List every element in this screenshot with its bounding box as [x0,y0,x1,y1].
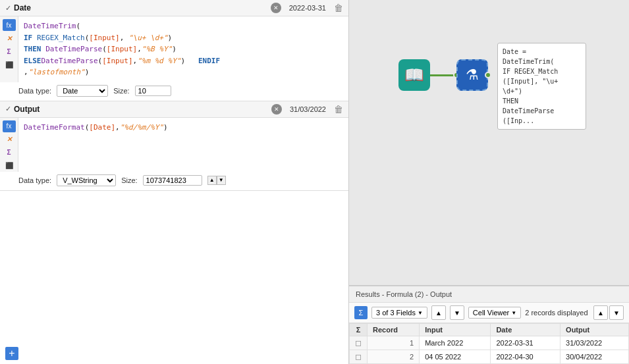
size-label-output: Size: [121,176,137,184]
input-value-1: March 2022 [420,336,491,350]
nav-up-button[interactable]: ▲ [593,305,608,320]
nav-down-button[interactable]: ▼ [609,305,624,320]
tooltip-line5: \d+") [503,86,581,96]
row-icon-2: ◻ [355,352,362,361]
results-table: Σ Record Input Date Output ◻ 1 March 202… [349,323,629,364]
fields-up-arrow[interactable]: ▲ [431,305,446,320]
fx-icon-date[interactable]: fx [3,19,16,31]
workflow-row: 📖 ⚗ [398,59,488,91]
date-value-2: 2022-04-30 [491,350,561,364]
table-header-date: Date [491,324,561,336]
tooltip-line7: DateTimeParse [503,106,581,116]
clear-date-button[interactable]: ✕ [271,3,281,13]
check-icon-output: ✓ [5,105,11,113]
formula-body-date: fx ✕ Σ ⬛ DateTimeTrim( IF REGEX_Match([I… [0,16,348,82]
formula-block-date: ✓ Date ✕ 2022-03-31 🗑 fx ✕ Σ ⬛ DateTimeT… [0,0,348,101]
sigma-icon-date[interactable]: Σ [3,45,16,57]
results-toolbar: Σ 3 of 3 Fields ▼ ▲ ▼ Cell Viewer ▼ 2 re… [349,303,629,323]
records-displayed-label: 2 records displayed [525,309,588,317]
nav-arrows-container: ▲ ▼ [593,305,624,320]
cell-viewer-chevron-icon: ▼ [511,310,516,316]
side-icons-output: fx ✕ Σ ⬛ [0,118,18,172]
datatype-label-date: Data type: [18,87,51,95]
formula-header-date: ✓ Date ✕ 2022-03-31 🗑 [0,0,348,16]
table-header-sigma: Σ [350,324,368,336]
results-title: Results - Formula (2) - Output [349,286,629,303]
results-panel: Results - Formula (2) - Output Σ 3 of 3 … [349,285,629,364]
tooltip-line8: ([Inp... [503,116,581,126]
size-spinner-output: ▲ ▼ [207,176,226,185]
formula-block-output: ✓ Output ✕ 31/03/2022 🗑 fx ✕ Σ ⬛ DateTim… [0,101,348,191]
formula-header-output: ✓ Output ✕ 31/03/2022 🗑 [0,101,348,118]
fields-chevron-icon: ▼ [418,310,423,316]
cell-viewer-label: Cell Viewer [473,309,509,317]
table-row: ◻ 1 March 2022 2022-03-31 31/03/2022 [350,336,629,350]
datatype-label-output: Data type: [18,176,51,184]
fields-down-arrow[interactable]: ▼ [450,305,464,320]
table-header-record: Record [368,324,420,336]
tooltip-line1: Date = [503,47,581,57]
add-formula-button[interactable]: + [5,347,18,360]
datatype-row-output: Data type: V_WString String WString Size… [0,172,348,190]
input-icon-date[interactable]: ⬛ [3,59,16,70]
row-icon-cell-1: ◻ [350,336,368,350]
check-icon: ✓ [5,4,11,13]
sigma-icon-output[interactable]: Σ [3,147,16,159]
fx-icon-output[interactable]: fx [3,120,16,132]
output-value-2: 30/04/2022 [561,350,629,364]
formula-node-icon[interactable]: ⚗ [456,59,488,91]
input-icon-output[interactable]: ⬛ [3,160,16,172]
size-up-btn[interactable]: ▲ [207,176,217,185]
size-input-output[interactable]: 1073741823 [143,175,202,186]
table-header-output: Output [561,324,629,336]
sigma-toolbar-icon[interactable]: Σ [354,306,368,319]
date-value-1: 2022-03-31 [491,336,561,350]
tooltip-line4: ([Input], "\u+ [503,76,581,86]
reader-node-icon[interactable]: 📖 [398,59,430,91]
output-dot [485,72,491,78]
delete-output-button[interactable]: 🗑 [334,104,343,115]
output-value-1: 31/03/2022 [561,336,629,350]
record-num-2: 2 [368,350,420,364]
connector-line [430,74,456,76]
tooltip-line2: DateTimeTrim( [503,57,581,66]
column-name-output: Output [14,105,269,114]
table-row: ◻ 2 04 05 2022 2022-04-30 30/04/2022 [350,350,629,364]
canvas-area: 📖 ⚗ Date = DateTimeTrim( IF REGEX_Match … [349,0,629,285]
fields-dropdown-button[interactable]: 3 of 3 Fields ▼ [371,307,427,319]
right-panel: 📖 ⚗ Date = DateTimeTrim( IF REGEX_Match … [349,0,629,364]
row-icon-cell-2: ◻ [350,350,368,364]
fields-count-label: 3 of 3 Fields [376,309,416,317]
tooltip-line6: THEN [503,96,581,106]
datatype-select-output[interactable]: V_WString String WString [57,174,116,186]
size-input-date[interactable]: 10 [135,86,171,96]
add-formula-row: + [0,343,348,364]
preview-value-date: 2022-03-31 [289,4,326,12]
formula-text-output[interactable]: DateTimeFormat([Date],"%d/%m/%Y") [18,118,348,172]
x-icon-output[interactable]: ✕ [3,134,16,145]
datatype-row-date: Data type: Date DateTime String Size: 10 [0,82,348,101]
delete-date-button[interactable]: 🗑 [334,3,343,13]
cell-viewer-button[interactable]: Cell Viewer ▼ [468,307,521,319]
node-tooltip: Date = DateTimeTrim( IF REGEX_Match ([In… [497,43,586,130]
table-header-input: Input [420,324,491,336]
left-panel: ✓ Date ✕ 2022-03-31 🗑 fx ✕ Σ ⬛ DateTimeT… [0,0,349,364]
input-value-2: 04 05 2022 [420,350,491,364]
size-label-date: Size: [113,87,129,95]
formula-node-wrapper: ⚗ [456,59,488,91]
preview-value-output: 31/03/2022 [290,105,326,113]
tooltip-line3: IF REGEX_Match [503,66,581,76]
row-icon-1: ◻ [355,338,362,348]
datatype-select-date[interactable]: Date DateTime String [57,85,108,97]
formula-blocks: ✓ Date ✕ 2022-03-31 🗑 fx ✕ Σ ⬛ DateTimeT… [0,0,348,343]
clear-output-button[interactable]: ✕ [271,104,282,115]
column-name-date: Date [14,3,268,13]
side-icons-date: fx ✕ Σ ⬛ [0,16,18,82]
x-icon-date[interactable]: ✕ [3,32,16,44]
record-num-1: 1 [368,336,420,350]
formula-text-date[interactable]: DateTimeTrim( IF REGEX_Match([Input], "\… [18,16,348,82]
formula-body-output: fx ✕ Σ ⬛ DateTimeFormat([Date],"%d/%m/%Y… [0,118,348,172]
size-down-btn[interactable]: ▼ [217,176,226,185]
